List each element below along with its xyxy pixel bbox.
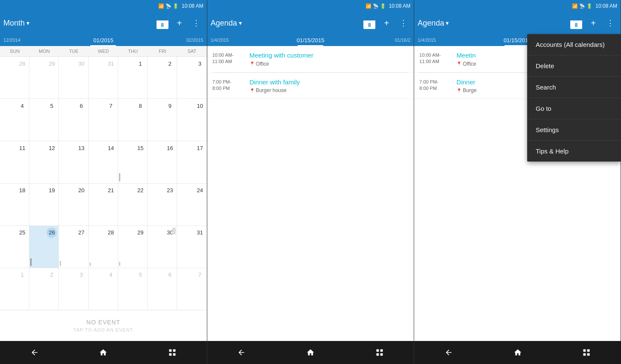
cal-cell-16[interactable]: 16 xyxy=(148,141,177,183)
back-btn-2[interactable] xyxy=(231,342,252,363)
cal-cell-22[interactable]: 22 xyxy=(118,184,148,225)
app-bar-title-2[interactable]: Agenda ▾ xyxy=(211,19,361,28)
app-bar-title-3[interactable]: Agenda ▾ xyxy=(418,19,568,28)
cal-cell-31-prev[interactable]: 31 xyxy=(89,57,118,98)
back-icon-3 xyxy=(444,348,453,357)
event-indicator-29 xyxy=(119,262,120,266)
cal-cell-24[interactable]: 24 xyxy=(177,184,206,225)
event-2-time-start: 7:00 PM- xyxy=(212,79,232,84)
menu-item-goto[interactable]: Go to xyxy=(527,98,621,119)
agenda-event-1[interactable]: 10:00 AM- 11:00 AM Meeting with customer… xyxy=(207,46,414,72)
cal-cell-9[interactable]: 9 xyxy=(148,99,177,141)
cal-cell-6-next[interactable]: 6 xyxy=(148,268,177,310)
cal-cell-5[interactable]: 5 xyxy=(29,99,59,141)
battery-icon-3: 🔋 xyxy=(586,3,592,9)
recent-btn-3[interactable] xyxy=(576,342,597,363)
cal-cell-7-next[interactable]: 7 xyxy=(177,268,206,310)
plus-icon-2: + xyxy=(384,18,389,28)
calendar-header-1: SUN MON TUE WED THU FRI SAT xyxy=(0,46,207,57)
menu-item-tips[interactable]: Tips & Help xyxy=(527,141,621,162)
cal-hdr-thu: THU xyxy=(118,46,148,56)
status-bar-3: 📶 📡 🔋 10:08 AM xyxy=(414,0,621,12)
menu-item-delete[interactable]: Delete xyxy=(527,55,621,77)
calendar-date-3: 8 xyxy=(570,20,582,29)
cal-cell-19[interactable]: 19 xyxy=(29,184,59,225)
home-btn-1[interactable] xyxy=(93,342,113,363)
cal-cell-3[interactable]: 3 xyxy=(177,57,206,98)
back-btn-1[interactable] xyxy=(24,342,45,363)
cal-cell-31[interactable]: 31 xyxy=(177,226,206,268)
cal-cell-5-next[interactable]: 5 xyxy=(118,268,148,310)
svg-rect-6 xyxy=(376,353,379,356)
cal-cell-25[interactable]: 25 xyxy=(0,226,29,268)
event-1-location: 📍 Office xyxy=(250,61,409,67)
more-options-btn-2[interactable]: ⋮ xyxy=(397,16,410,30)
cal-cell-7[interactable]: 7 xyxy=(89,99,118,141)
cal-cell-11[interactable]: 11 xyxy=(0,141,29,183)
cal-cell-17[interactable]: 17 xyxy=(177,141,206,183)
recent-btn-2[interactable] xyxy=(369,342,390,363)
screen-agenda-view: 📶 📡 🔋 10:08 AM Agenda ▾ 8 + xyxy=(207,0,415,341)
cal-cell-3-next[interactable]: 3 xyxy=(59,268,88,310)
cal-cell-28[interactable]: 28 xyxy=(89,226,118,268)
menu-item-accounts[interactable]: Accounts (All calendars) xyxy=(527,34,621,55)
cal-cell-13[interactable]: 13 xyxy=(59,141,88,183)
cal-cell-1[interactable]: 1 xyxy=(118,57,148,98)
more-options-btn-3[interactable]: ⋮ xyxy=(604,16,617,30)
cal-cell-2[interactable]: 2 xyxy=(148,57,177,98)
add-event-btn-3[interactable]: + xyxy=(586,16,600,30)
cal-cell-23[interactable]: 23 xyxy=(148,184,177,225)
cal-hdr-mon: MON xyxy=(29,46,59,56)
cal-hdr-fri: FRI xyxy=(148,46,177,56)
cal-hdr-wed: WED xyxy=(89,46,118,56)
calendar-badge-btn-2[interactable]: 8 xyxy=(363,16,376,30)
svg-rect-8 xyxy=(583,350,586,352)
add-event-btn-1[interactable]: + xyxy=(173,16,186,30)
agenda-event-2[interactable]: 7:00 PM- 8:00 PM Dinner with family 📍 Bu… xyxy=(207,73,414,99)
calendar-badge-btn-1[interactable]: 8 xyxy=(156,16,169,30)
cal-cell-4-next[interactable]: 4 xyxy=(89,268,118,310)
all-bottom-navs xyxy=(0,341,621,364)
add-event-btn-2[interactable]: + xyxy=(380,16,393,30)
home-icon-2 xyxy=(306,348,315,357)
cal-cell-18[interactable]: 18 xyxy=(0,184,29,225)
cal-cell-30[interactable]: 30 xyxy=(148,226,177,268)
cal-cell-6[interactable]: 6 xyxy=(59,99,88,141)
view-title-2: Agenda xyxy=(211,19,237,28)
recent-btn-1[interactable] xyxy=(162,342,183,363)
calendar-badge-btn-3[interactable]: 8 xyxy=(569,16,583,30)
cal-cell-30-prev[interactable]: 30 xyxy=(59,57,88,98)
cal-cell-10[interactable]: 10 xyxy=(177,99,206,141)
cal-cell-1-next[interactable]: 1 xyxy=(0,268,29,310)
menu-item-settings[interactable]: Settings xyxy=(527,119,621,141)
signal-icon: 📡 xyxy=(165,3,171,9)
cal-cell-21[interactable]: 21 xyxy=(89,184,118,225)
cal-cell-8[interactable]: 8 xyxy=(118,99,148,141)
cal-cell-28-prev[interactable]: 28 xyxy=(0,57,29,98)
dropdown-arrow-1: ▾ xyxy=(26,20,29,26)
cal-cell-12[interactable]: 12 xyxy=(29,141,59,183)
app-bar-title-1[interactable]: Month ▾ xyxy=(3,19,154,28)
cal-cell-2-next[interactable]: 2 xyxy=(29,268,59,310)
menu-item-search[interactable]: Search xyxy=(527,77,621,98)
cal-cell-29-prev[interactable]: 29 xyxy=(29,57,59,98)
status-time-2: 10:08 AM xyxy=(389,3,411,9)
back-btn-3[interactable] xyxy=(438,342,459,363)
svg-rect-5 xyxy=(380,350,383,352)
more-options-btn-1[interactable]: ⋮ xyxy=(190,16,203,30)
overflow-icon-2: ⋮ xyxy=(400,18,408,28)
cal-cell-20[interactable]: 20 xyxy=(59,184,88,225)
app-bar-actions-3: 8 + ⋮ xyxy=(569,16,617,30)
cal-cell-26[interactable]: 26 xyxy=(29,226,59,268)
event-1-time: 10:00 AM- 11:00 AM xyxy=(212,51,244,67)
no-event-section[interactable]: NO EVENT TAP TO ADD AN EVENT xyxy=(0,310,207,341)
cal-cell-27[interactable]: 27 xyxy=(59,226,88,268)
cal-cell-14[interactable]: 14 xyxy=(89,141,118,183)
cal-cell-15[interactable]: 15 xyxy=(118,141,148,183)
home-btn-3[interactable] xyxy=(508,342,528,363)
svg-rect-2 xyxy=(169,353,171,356)
home-btn-2[interactable] xyxy=(300,342,321,363)
plus-icon-3: + xyxy=(591,18,596,28)
cal-cell-29[interactable]: 29 xyxy=(118,226,148,268)
cal-cell-4[interactable]: 4 xyxy=(0,99,29,141)
